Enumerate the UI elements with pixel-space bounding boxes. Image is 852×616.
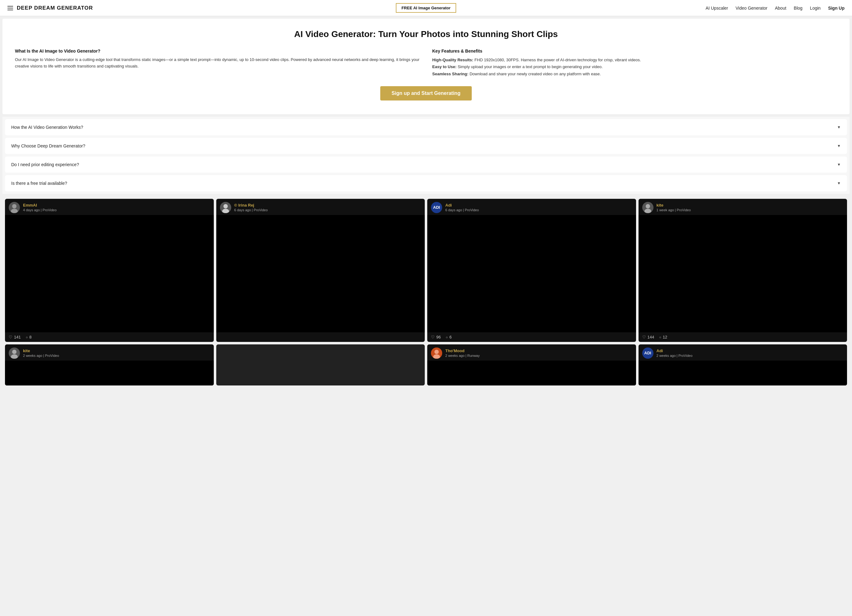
video-card-kite2[interactable]: kite 2 weeks ago | ProVideo	[5, 344, 214, 385]
user-info-adi2: Adi 2 weeks ago | ProVideo	[657, 349, 693, 358]
meta-kite2: 2 weeks ago | ProVideo	[23, 354, 59, 358]
video-grid-bottom: kite 2 weeks ago | ProVideo Tho'Mood 2 w…	[5, 344, 847, 385]
username-adi1: Adi	[445, 203, 479, 207]
user-info-irina: © Irina Rej 6 days ago | ProVideo	[234, 203, 268, 212]
username-adi2: Adi	[657, 349, 693, 353]
user-info-emmai: EmmAI 4 days ago | ProVideo	[23, 203, 57, 212]
video-card-irina[interactable]: © Irina Rej 6 days ago | ProVideo	[216, 199, 425, 342]
video-footer-irina	[216, 332, 425, 337]
user-info-kite1: kite 1 week ago | ProVideo	[657, 203, 691, 212]
avatar-thomood	[431, 347, 442, 359]
comments-adi1: 6	[446, 335, 452, 340]
comments-count-kite1: 12	[663, 335, 667, 340]
accordion-label-4: Is there a free trial available?	[11, 181, 67, 186]
meta-adi2: 2 weeks ago | ProVideo	[657, 354, 693, 358]
main-wrapper: AI Video Generator: Turn Your Photos int…	[0, 16, 852, 390]
brand-logo: DEEP DREAM GENERATOR	[17, 5, 93, 11]
card-header-thomood: Tho'Mood 2 weeks ago | Runway	[427, 344, 636, 361]
feature-easy: Easy to Use: Simply upload your images o…	[432, 63, 837, 70]
video-card-thomood[interactable]: Tho'Mood 2 weeks ago | Runway	[427, 344, 636, 385]
nav-about[interactable]: About	[775, 6, 786, 11]
hamburger-menu[interactable]	[8, 6, 13, 10]
navbar-center: FREE AI Image Generator	[396, 3, 456, 13]
video-card-emmai[interactable]: EmmAI 4 days ago | ProVideo 141 8	[5, 199, 214, 342]
col-left: What Is the AI Image to Video Generator?…	[15, 48, 420, 77]
video-footer-adi1: 96 6	[427, 332, 636, 342]
nav-ai-upscaler[interactable]: AI Upscaler	[705, 6, 728, 11]
hero-card: AI Video Generator: Turn Your Photos int…	[3, 19, 849, 114]
video-card-kite1[interactable]: kite 1 week ago | ProVideo 144 12	[639, 199, 847, 342]
navbar-right: AI Upscaler Video Generator About Blog L…	[456, 6, 844, 11]
heart-icon	[9, 335, 12, 340]
likes-adi1: 96	[431, 335, 441, 340]
video-card-adi2[interactable]: ADI Adi 2 weeks ago | ProVideo	[639, 344, 847, 385]
video-footer-kite1: 144 12	[639, 332, 847, 342]
video-thumb-irina[interactable]	[216, 215, 425, 332]
card-header-irina: © Irina Rej 6 days ago | ProVideo	[216, 199, 425, 215]
likes-count-emmai: 141	[14, 335, 21, 340]
avatar-kite2	[9, 347, 20, 359]
nav-login[interactable]: Login	[810, 6, 820, 11]
nav-video-generator[interactable]: Video Generator	[736, 6, 767, 11]
comments-emmai: 8	[26, 335, 32, 340]
feature-quality: High-Quality Results: FHD 1920x1080, 30F…	[432, 57, 837, 63]
svg-point-13	[434, 350, 439, 354]
video-thumb-emmai[interactable]	[5, 215, 214, 332]
feature-sharing: Seamless Sharing: Download and share you…	[432, 71, 837, 77]
likes-kite1: 144	[642, 335, 654, 340]
avatar-adi2: ADI	[642, 347, 654, 359]
accordion-label-2: Why Choose Deep Dream Generator?	[11, 143, 85, 148]
nav-signup[interactable]: Sign Up	[828, 6, 844, 11]
video-thumb-adi1[interactable]	[427, 215, 636, 332]
user-info-kite2: kite 2 weeks ago | ProVideo	[23, 349, 59, 358]
svg-point-10	[12, 350, 17, 354]
username-thomood: Tho'Mood	[445, 349, 479, 353]
video-thumb-kite1[interactable]	[639, 215, 847, 332]
avatar-kite1	[642, 202, 654, 213]
left-body: Our AI Image to Video Generator is a cut…	[15, 57, 420, 70]
accordion-item-4[interactable]: Is there a free trial available? ▼	[5, 175, 847, 191]
signup-cta-button[interactable]: Sign up and Start Generating	[380, 86, 471, 101]
comment-icon-kite1	[659, 335, 661, 340]
page-title: AI Video Generator: Turn Your Photos int…	[15, 29, 837, 40]
comments-count-adi1: 6	[449, 335, 452, 340]
video-card-adi1[interactable]: ADI Adi 6 days ago | ProVideo 96 6	[427, 199, 636, 342]
two-col-section: What Is the AI Image to Video Generator?…	[15, 48, 837, 77]
comments-kite1: 12	[659, 335, 667, 340]
svg-point-7	[646, 204, 650, 208]
right-heading: Key Features & Benefits	[432, 48, 837, 53]
meta-kite1: 1 week ago | ProVideo	[657, 208, 691, 212]
accordion-item-1[interactable]: How the AI Video Generation Works? ▼	[5, 119, 847, 135]
accordion-arrow-2: ▼	[837, 144, 841, 148]
video-grid-section: EmmAI 4 days ago | ProVideo 141 8	[3, 196, 849, 388]
avatar-adi1: ADI	[431, 202, 442, 213]
card-header-kite1: kite 1 week ago | ProVideo	[639, 199, 847, 215]
comment-icon	[26, 335, 28, 340]
card-header-emmai: EmmAI 4 days ago | ProVideo	[5, 199, 214, 215]
meta-emmai: 4 days ago | ProVideo	[23, 208, 57, 212]
user-info-thomood: Tho'Mood 2 weeks ago | Runway	[445, 349, 479, 358]
accordion-section: How the AI Video Generation Works? ▼ Why…	[3, 117, 849, 194]
svg-point-1	[12, 204, 17, 208]
svg-point-4	[224, 204, 228, 208]
accordion-label-1: How the AI Video Generation Works?	[11, 125, 83, 130]
meta-irina: 6 days ago | ProVideo	[234, 208, 268, 212]
left-heading: What Is the AI Image to Video Generator?	[15, 48, 420, 53]
avatar-emmai	[9, 202, 20, 213]
video-partial-thumb-thomood	[427, 361, 636, 385]
heart-icon-kite1	[642, 335, 646, 340]
card-header-adi2: ADI Adi 2 weeks ago | ProVideo	[639, 344, 847, 361]
username-irina: © Irina Rej	[234, 203, 268, 207]
likes-count-kite1: 144	[648, 335, 654, 340]
avatar-irina	[220, 202, 231, 213]
accordion-item-3[interactable]: Do I need prior editing experience? ▼	[5, 157, 847, 173]
video-footer-emmai: 141 8	[5, 332, 214, 342]
likes-count-adi1: 96	[436, 335, 441, 340]
accordion-item-2[interactable]: Why Choose Deep Dream Generator? ▼	[5, 138, 847, 154]
cta-section: Sign up and Start Generating	[15, 86, 837, 101]
video-card-empty	[216, 344, 425, 385]
free-ai-button[interactable]: FREE AI Image Generator	[396, 3, 456, 13]
col-right: Key Features & Benefits High-Quality Res…	[432, 48, 837, 77]
video-partial-thumb-kite2	[5, 361, 214, 385]
nav-blog[interactable]: Blog	[794, 6, 802, 11]
